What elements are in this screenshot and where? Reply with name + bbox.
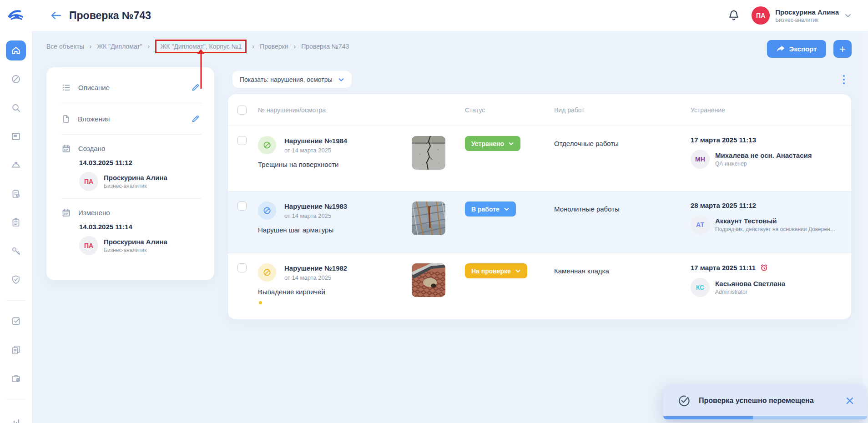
window-icon: [10, 131, 21, 142]
status-dropdown[interactable]: На проверке: [465, 263, 527, 278]
toast-progress-track: [663, 416, 867, 419]
person-role: QA-инженер: [715, 161, 812, 167]
avatar: КС: [691, 278, 710, 297]
sidebar-item-documents[interactable]: [6, 340, 26, 360]
status-label: В работе: [471, 206, 500, 213]
sidebar-item-contractors[interactable]: [6, 368, 26, 388]
resolution-datetime: 17 марта 2025 11:11: [691, 264, 756, 272]
breadcrumb-item-all-objects[interactable]: Все объекты: [46, 43, 84, 50]
created-datetime: 14.03.2025 11:12: [79, 159, 202, 166]
avatar: АТ: [691, 215, 710, 234]
attachments-label: Вложения: [78, 115, 110, 123]
sidebar-item-home[interactable]: [6, 40, 26, 60]
modified-datetime: 14.03.2025 11:14: [79, 223, 202, 231]
sidebar-item-approvals[interactable]: [6, 311, 26, 331]
briefcase-user-icon: [10, 373, 21, 384]
chevron-down-icon: [508, 141, 514, 146]
status-dot: [259, 301, 262, 304]
calendar-icon: [61, 144, 71, 153]
edit-attachments-button[interactable]: [191, 113, 202, 124]
rebar-photo-thumbnail[interactable]: [412, 201, 445, 235]
close-icon: [845, 396, 854, 405]
add-button[interactable]: +: [833, 40, 852, 58]
breadcrumb-item-complex[interactable]: ЖК "Дипломат": [97, 43, 142, 50]
crack-photo-thumbnail[interactable]: [412, 136, 445, 170]
status-dropdown[interactable]: В работе: [465, 201, 516, 217]
breadcrumb-item-inspections[interactable]: Проверки: [260, 43, 288, 50]
person-name: Проскурина Алина: [104, 238, 167, 246]
person-role: Бизнес-аналитик: [104, 183, 167, 189]
sidebar-item-keys[interactable]: [6, 241, 26, 261]
chevron-down-icon: [338, 76, 344, 83]
person-name: Аккаунт Тестовый: [715, 217, 836, 225]
sidebar-item-reports[interactable]: [6, 410, 26, 423]
back-button[interactable]: [48, 8, 64, 23]
violation-description: Выпадение кирпичей: [258, 288, 412, 296]
toast-close-icon[interactable]: [845, 395, 856, 406]
scrollbar-gutter[interactable]: [863, 31, 868, 423]
clipboard-list-icon: [10, 217, 21, 228]
table-menu-kebab-icon[interactable]: [838, 72, 849, 87]
notifications-bell-icon[interactable]: [728, 9, 742, 22]
show-filter-dropdown[interactable]: Показать: нарушения, осмотры: [232, 71, 352, 88]
violation-title[interactable]: Нарушение №1982: [284, 264, 347, 272]
user-menu[interactable]: ПА Проскурина Алина Бизнес-аналитик: [752, 6, 852, 25]
clipboard-check-icon: [10, 188, 21, 199]
annotation-arrow: [200, 53, 202, 89]
row-checkbox[interactable]: [237, 136, 247, 145]
key-icon: [10, 246, 21, 257]
violation-description: Нарушен шаг арматуры: [258, 226, 412, 234]
hardhat-icon: [10, 160, 21, 171]
description-label: Описание: [78, 84, 110, 91]
export-button[interactable]: Экспорт: [767, 40, 826, 58]
avatar: ПА: [79, 172, 98, 191]
responsible-user: МН Михалева не осн. Анастасия QA-инженер: [691, 150, 851, 169]
row-checkbox[interactable]: [237, 201, 247, 211]
arrow-left-icon: [50, 10, 62, 20]
bricks-photo-thumbnail[interactable]: [412, 263, 445, 297]
violation-date: от 14 марта 2025: [284, 147, 347, 154]
person-name: Проскурина Алина: [104, 174, 167, 181]
chevron-down-icon: [504, 206, 510, 212]
annotation-highlight-box: ЖК "Дипломат", Корпус №1: [155, 40, 247, 53]
export-label: Экспорт: [789, 45, 817, 53]
ban-icon: [262, 268, 272, 277]
list-icon: [61, 83, 71, 92]
row-checkbox[interactable]: [237, 263, 247, 272]
status-dropdown[interactable]: Устранено: [465, 136, 520, 151]
sidebar-item-search[interactable]: [6, 98, 26, 118]
documents-icon: [10, 344, 21, 355]
sidebar-divider: [6, 300, 25, 301]
description-section: Описание: [61, 72, 202, 103]
select-all-checkbox[interactable]: [237, 106, 247, 115]
toast-progress-fill: [663, 416, 753, 419]
violation-title[interactable]: Нарушение №1983: [284, 202, 347, 210]
sidebar-item-security[interactable]: [6, 270, 26, 290]
checkbox-check-icon: [10, 316, 21, 327]
breadcrumb-item-current: Проверка №743: [301, 43, 349, 50]
person-name: Касьянова Светлана: [715, 280, 785, 287]
violation-type-icon: [258, 201, 276, 220]
check-circle-icon: [677, 394, 691, 408]
page-title: Проверка №743: [69, 10, 151, 22]
status-label: На проверке: [471, 267, 511, 275]
sidebar-item-inspections[interactable]: [6, 184, 26, 204]
column-header-work-type: Вид работ: [554, 106, 691, 114]
sidebar-item-window[interactable]: [6, 126, 26, 146]
shield-check-icon: [10, 274, 21, 285]
sidebar-item-hardhat[interactable]: [6, 155, 26, 175]
violation-title[interactable]: Нарушение №1984: [284, 137, 347, 145]
calendar-icon: [61, 208, 71, 217]
file-icon: [61, 114, 71, 124]
app-logo-icon[interactable]: [6, 6, 26, 25]
avatar: МН: [691, 150, 710, 169]
violation-row: Нарушение №1983 от 14 марта 2025 Нарушен…: [228, 191, 851, 253]
edit-description-button[interactable]: [191, 82, 202, 93]
sidebar-item-ban[interactable]: [6, 69, 26, 89]
person-role: Бизнес-аналитик: [104, 247, 167, 253]
user-avatar: ПА: [752, 6, 770, 25]
sidebar-item-tasks[interactable]: [6, 212, 26, 232]
violation-type-icon: [258, 136, 276, 154]
violation-date: от 14 марта 2025: [284, 212, 347, 219]
column-header-status: Статус: [465, 106, 554, 114]
